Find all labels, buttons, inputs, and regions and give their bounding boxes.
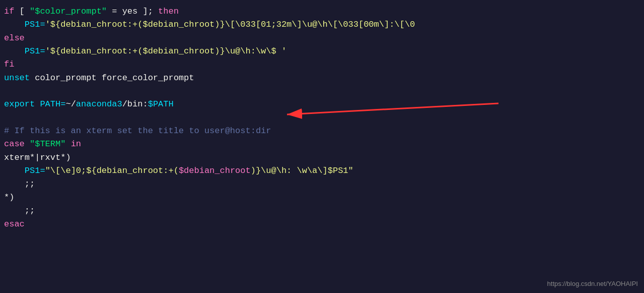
code-line-16: ;; (4, 204, 640, 217)
code-line-2: PS1='${debian_chroot:+($debian_chroot)}\… (4, 18, 640, 31)
code-line-13: PS1="\[\e]0;${debian_chroot:+($debian_ch… (4, 164, 640, 178)
code-line-1: if [ "$color_prompt" = yes ]; then (4, 5, 640, 18)
code-line-10: # If this is an xterm set the title to u… (4, 125, 640, 138)
code-line-11: case "$TERM" in (4, 138, 640, 151)
code-line-8: export PATH=~/anaconda3/bin:$PATH (4, 98, 640, 111)
code-line-12: xterm*|rxvt*) (4, 151, 640, 164)
watermark: https://blog.csdn.net/YAOHAIPI (547, 279, 638, 289)
code-line-15: *) (4, 191, 640, 204)
code-line-6: unset color_prompt force_color_prompt (4, 72, 640, 85)
code-line-4: PS1='${debian_chroot:+($debian_chroot)}\… (4, 45, 640, 58)
code-line-5: fi (4, 58, 640, 71)
code-line-7 (4, 85, 640, 98)
code-editor: if [ "$color_prompt" = yes ]; then PS1='… (0, 0, 644, 293)
code-line-3: else (4, 32, 640, 45)
code-line-9 (4, 111, 640, 125)
code-line-14: ;; (4, 178, 640, 191)
code-line-17: esac (4, 218, 640, 231)
